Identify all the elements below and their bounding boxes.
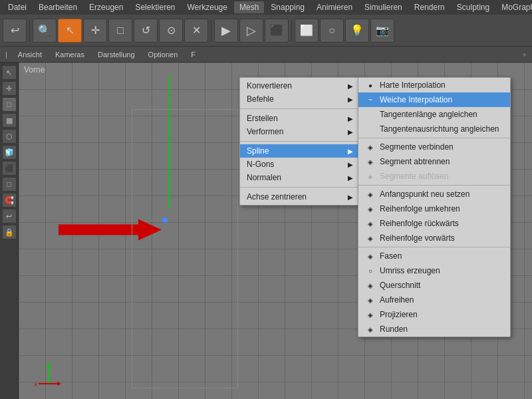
arrow-icon: ▶ [348, 194, 353, 201]
main-area: ↖ ✛ □ ▦ ⬡ 🧊 ⬛ □ 🧲 ↩ 🔒 Vorne [0, 63, 532, 399]
mesh-menu-ngons[interactable]: N-Gons ▶ [240, 158, 358, 171]
menu-datei[interactable]: Datei [3, 1, 32, 13]
left-icon-cube3d[interactable]: 🧊 [2, 145, 17, 160]
menu-animieren[interactable]: Animieren [311, 1, 358, 13]
submenu-segmente-verbinden[interactable]: ◈ Segmente verbinden [358, 140, 510, 154]
submenu-fasen[interactable]: ◈ Fasen [358, 249, 510, 263]
left-icon-move[interactable]: ✛ [2, 81, 17, 96]
submenu-tangentenausrichtung[interactable]: Tangentenausrichtung angleichen [358, 122, 510, 136]
menu-simulieren[interactable]: Simulieren [359, 1, 408, 13]
mesh-menu-achse[interactable]: Achse zentrieren ▶ [240, 190, 358, 203]
left-icon-lock[interactable]: 🔒 [2, 225, 17, 239]
cube-button[interactable]: ⬜ [295, 19, 319, 43]
move-button[interactable]: ✛ [83, 19, 107, 43]
mesh-menu-verformen[interactable]: Verformen ▶ [240, 125, 358, 138]
arrow-icon: ▶ [348, 82, 353, 90]
menu-selektieren[interactable]: Selektieren [130, 1, 180, 13]
toolbar2-darstellung[interactable]: Darstellung [92, 49, 140, 60]
transform-button[interactable]: ⊙ [159, 19, 183, 43]
menu-bearbeiten[interactable]: Bearbeiten [33, 1, 82, 13]
toolbar2-f[interactable]: F [186, 49, 201, 60]
submenu-reihenfolge-vorwaerts[interactable]: ◈ Reihenfolge vorwärts [358, 231, 510, 245]
submenu-segment-abtrennen[interactable]: ◈ Segment abtrennen [358, 154, 510, 169]
left-icon-select[interactable]: ↖ [2, 65, 17, 80]
menu-werkzeuge[interactable]: Werkzeuge [182, 1, 232, 13]
aufreihen-icon: ◈ [365, 295, 376, 305]
submenu-div-3 [358, 247, 510, 247]
toolbar2-kameras[interactable]: Kameras [50, 49, 90, 60]
submenu-projizieren[interactable]: ◈ Projizieren [358, 307, 510, 322]
rotate-button[interactable]: ↺ [134, 19, 158, 43]
submenu-tangentenlaenge[interactable]: Tangentenlänge angleichen [358, 107, 510, 122]
arrow-icon: ▶ [348, 115, 353, 122]
scale-button[interactable]: □ [108, 19, 132, 43]
submenu-anfangspunkt[interactable]: ◈ Anfangspunkt neu setzen [358, 187, 510, 201]
undo-button[interactable]: ↩ [3, 19, 27, 43]
seg-abtrennen-icon: ◈ [365, 156, 376, 167]
render-region-button[interactable]: ▶ [214, 19, 238, 43]
seg-aufloesen-icon: ◈ [365, 171, 376, 182]
axes-widget: X Y [32, 357, 65, 392]
runden-icon: ◈ [365, 324, 376, 334]
left-icon-cube2[interactable]: □ [2, 177, 17, 192]
svg-text:X: X [34, 382, 38, 388]
left-icon-magnet[interactable]: 🧲 [2, 193, 17, 207]
submenu-querschnitt[interactable]: ◈ Querschnitt [358, 278, 510, 293]
menu-mograph[interactable]: MoGraph [496, 1, 532, 13]
svg-text:Y: Y [49, 360, 53, 366]
x-button[interactable]: ✕ [184, 19, 208, 43]
mesh-menu-erstellen[interactable]: Erstellen ▶ [240, 112, 358, 125]
submenu-reihenfolge-rueckwaerts[interactable]: ◈ Reihenfolge rückwärts [358, 216, 510, 231]
light-button[interactable]: 💡 [345, 19, 369, 43]
submenu-harte-interp[interactable]: ● Harte Interpolation [358, 78, 510, 92]
toolbar-render-group: ▶ ▷ ⬛ [214, 19, 289, 43]
left-icon-dot[interactable]: ⬛ [2, 161, 17, 176]
spline-submenu[interactable]: ● Harte Interpolation ~ Weiche Interpola… [358, 77, 511, 337]
mesh-menu-section3: Spline ▶ N-Gons ▶ Normalen ▶ [240, 143, 358, 186]
mesh-menu-befehle[interactable]: Befehle ▶ [240, 92, 358, 106]
menu-erzeugen[interactable]: Erzeugen [84, 1, 128, 13]
viewport-label: Vorne [24, 65, 45, 74]
toolbar2-ansicht[interactable]: Ansicht [13, 49, 47, 60]
search-button[interactable]: 🔍 [33, 19, 57, 43]
menu-snapping[interactable]: Snapping [265, 1, 310, 13]
select-button[interactable]: ↖ [58, 19, 82, 43]
menu-rendern[interactable]: Rendern [409, 1, 450, 13]
reihenfolge-rueck-icon: ◈ [365, 218, 376, 229]
mesh-menu-spline[interactable]: Spline ▶ [240, 144, 358, 158]
arrow-icon: ▶ [348, 174, 353, 182]
left-icon-hex[interactable]: ⬡ [2, 129, 17, 144]
mesh-menu-normalen[interactable]: Normalen ▶ [240, 171, 358, 184]
mesh-menu[interactable]: Konvertieren ▶ Befehle ▶ Erstellen ▶ [239, 77, 359, 205]
toolbar2: | Ansicht Kameras Darstellung Optionen F… [0, 47, 532, 63]
submenu-weiche-interp[interactable]: ~ Weiche Interpolation [358, 92, 510, 107]
left-icon-checker[interactable]: ▦ [2, 113, 17, 128]
viewport-square [132, 109, 238, 388]
left-icon-box[interactable]: □ [2, 97, 17, 112]
weiche-icon: ~ [365, 94, 376, 105]
fasen-icon: ◈ [365, 251, 376, 261]
mesh-menu-konvertieren[interactable]: Konvertieren ▶ [240, 79, 358, 92]
camera-button[interactable]: 📷 [370, 19, 394, 43]
toolbar-sep-1 [29, 20, 30, 41]
submenu-aufreihen[interactable]: ◈ Aufreihen [358, 293, 510, 307]
render-button[interactable]: ▷ [239, 19, 263, 43]
submenu-segmente-aufloesen: ◈ Segmente auflösen [358, 169, 510, 184]
render-all-button[interactable]: ⬛ [265, 19, 289, 43]
reihenfolge-vor-icon: ◈ [365, 233, 376, 243]
left-icon-bend[interactable]: ↩ [2, 209, 17, 223]
toolbar2-expand[interactable]: + [523, 51, 529, 59]
menu-sculpting[interactable]: Sculpting [452, 1, 495, 13]
submenu-reihenfolge-umkehren[interactable]: ◈ Reihenfolge umkehren [358, 201, 510, 216]
viewport: Vorne X Y [19, 63, 532, 399]
toolbar2-optionen[interactable]: Optionen [143, 49, 184, 60]
submenu-div-2 [358, 185, 510, 186]
submenu-runden[interactable]: ◈ Runden [358, 322, 510, 336]
querschnitt-icon: ◈ [365, 280, 376, 291]
arrow-icon: ▶ [348, 161, 353, 168]
sphere-button[interactable]: ○ [320, 19, 344, 43]
submenu-umriss[interactable]: ○ Umriss erzeugen [358, 263, 510, 278]
mesh-menu-section4: Achse zentrieren ▶ [240, 189, 358, 205]
toolbar-undo-group: ↩ [3, 19, 27, 43]
menu-mesh[interactable]: Mesh [234, 1, 264, 13]
